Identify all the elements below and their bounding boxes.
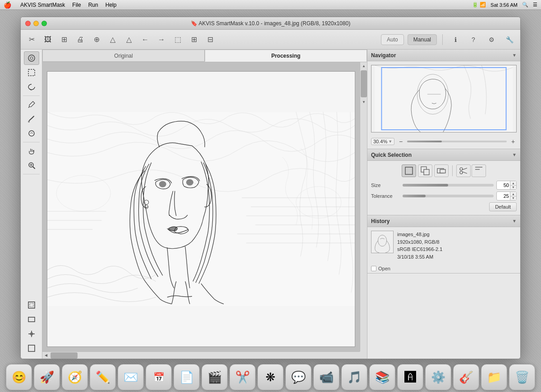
qs-scissors-btn[interactable] bbox=[456, 164, 471, 177]
rectangle-tool[interactable] bbox=[24, 313, 39, 326]
svg-rect-38 bbox=[405, 167, 413, 174]
dock-sysprefs[interactable]: ⚙️ bbox=[425, 364, 451, 390]
lasso-tool[interactable] bbox=[24, 80, 39, 94]
tab-processing[interactable]: Processing bbox=[205, 50, 367, 62]
select-btn[interactable]: △ bbox=[122, 32, 136, 47]
hand-tool[interactable] bbox=[24, 144, 39, 158]
dock-flowers[interactable]: ❋ bbox=[257, 364, 284, 390]
history-open-checkbox[interactable] bbox=[371, 266, 376, 271]
app-window: 🔖 AKVIS SmartMask v.10.0 - images_48.jpg… bbox=[20, 17, 521, 359]
dock-music[interactable]: 🎵 bbox=[341, 364, 367, 390]
dock-documents[interactable]: 📄 bbox=[174, 364, 200, 390]
size-down-btn[interactable]: ▼ bbox=[510, 186, 516, 190]
dock-finder[interactable]: 😊 bbox=[6, 364, 32, 390]
dock: 😊 🚀 🧭 ✏️ ✉️ 📅 📄 🎬 ✂️ ❋ 💬 📹 🎵 📚 🅰 ⚙️ 🎸 📁 … bbox=[0, 356, 541, 392]
dock-messages[interactable]: 💬 bbox=[285, 364, 312, 390]
tolerance-value-input[interactable]: 25 ▲ ▼ bbox=[496, 191, 517, 201]
share-btn[interactable]: ⊕ bbox=[89, 32, 104, 47]
center-align-tool[interactable] bbox=[24, 327, 39, 341]
quick-selection-collapse[interactable]: ▼ bbox=[512, 152, 517, 157]
app-menu-file[interactable]: File bbox=[72, 2, 81, 8]
app-menu-help[interactable]: Help bbox=[105, 2, 117, 8]
size-up-btn[interactable]: ▲ bbox=[510, 181, 516, 186]
maximize-button[interactable] bbox=[41, 21, 47, 26]
navigator-collapse[interactable]: ▼ bbox=[512, 53, 517, 58]
crop-frame-tool[interactable] bbox=[24, 298, 39, 312]
svg-rect-40 bbox=[424, 169, 429, 175]
tolerance-slider[interactable] bbox=[403, 195, 494, 197]
notification-icon[interactable]: ☰ bbox=[533, 2, 537, 8]
quick-selection-tool[interactable] bbox=[24, 51, 39, 65]
tab-original[interactable]: Original bbox=[42, 50, 205, 62]
open-btn[interactable]: 🖼 bbox=[41, 32, 55, 47]
undo-btn[interactable]: ← bbox=[138, 32, 152, 47]
dock-launchpad[interactable]: 🚀 bbox=[34, 364, 60, 390]
zoom-minus-btn[interactable]: − bbox=[397, 138, 404, 145]
dock-folder[interactable]: 📁 bbox=[481, 364, 507, 390]
preset-btn[interactable]: 🔧 bbox=[502, 32, 517, 47]
help-btn[interactable]: ? bbox=[466, 32, 481, 47]
sketch-svg bbox=[47, 72, 355, 346]
auto-mode-btn[interactable]: Auto bbox=[381, 34, 404, 45]
history-collapse[interactable]: ▼ bbox=[512, 219, 517, 223]
dock-trash[interactable]: 🗑️ bbox=[509, 364, 535, 390]
dock-instruments[interactable]: 🎸 bbox=[453, 364, 479, 390]
scroll-down-arrow[interactable]: ▼ bbox=[360, 98, 367, 105]
minimize-button[interactable] bbox=[33, 21, 39, 26]
tolerance-up-btn[interactable]: ▲ bbox=[510, 192, 516, 196]
spotlight-icon[interactable]: 🔍 bbox=[522, 2, 528, 8]
app-menu-run[interactable]: Run bbox=[88, 2, 98, 8]
selection-btn[interactable]: ⬚ bbox=[170, 32, 185, 47]
zoom-tool[interactable] bbox=[24, 159, 39, 172]
mask-btn[interactable]: △ bbox=[105, 32, 120, 47]
dock-film[interactable]: 🎬 bbox=[202, 364, 228, 390]
scissors-tool-btn[interactable]: ✂ bbox=[24, 32, 39, 47]
brush-tool[interactable] bbox=[24, 112, 39, 126]
qs-subtract-selection-btn[interactable] bbox=[434, 164, 449, 177]
qs-add-selection-btn[interactable] bbox=[418, 164, 432, 177]
size-value-input[interactable]: 50 ▲ ▼ bbox=[496, 181, 517, 190]
tolerance-down-btn[interactable]: ▼ bbox=[510, 196, 516, 201]
qs-apply-btn[interactable] bbox=[472, 164, 486, 177]
dock-mail[interactable]: ✉️ bbox=[118, 364, 144, 390]
print-btn[interactable]: 🖨 bbox=[73, 32, 87, 47]
dock-books[interactable]: 📚 bbox=[369, 364, 395, 390]
main-content: Original Processing bbox=[21, 50, 520, 359]
compare-btn[interactable]: ⊟ bbox=[203, 32, 217, 47]
box-tool[interactable] bbox=[24, 342, 39, 355]
svg-rect-42 bbox=[440, 169, 445, 173]
info-btn[interactable]: ℹ bbox=[448, 32, 463, 47]
dock-appstore[interactable]: 🅰 bbox=[397, 364, 423, 390]
show-btn[interactable]: ⊞ bbox=[187, 32, 201, 47]
vertical-scrollbar[interactable]: ▲ ▼ bbox=[360, 62, 367, 351]
tolerance-slider-area bbox=[403, 195, 494, 197]
scroll-up-arrow[interactable]: ▲ bbox=[360, 62, 367, 69]
scroll-thumb-v[interactable] bbox=[361, 70, 367, 97]
dock-facetime[interactable]: 📹 bbox=[313, 364, 339, 390]
history-item[interactable]: images_48.jpg 1920x1080, RGB/8 sRGB IEC6… bbox=[371, 231, 517, 260]
size-slider[interactable] bbox=[403, 184, 494, 187]
close-button[interactable] bbox=[25, 21, 31, 26]
dock-scissors[interactable]: ✂️ bbox=[229, 364, 256, 390]
app-menu-akvis[interactable]: AKVIS SmartMask bbox=[20, 2, 65, 8]
apple-menu[interactable]: 🍎 bbox=[4, 1, 11, 9]
batch-btn[interactable]: ⊞ bbox=[57, 32, 71, 47]
history-open-row: Open bbox=[367, 264, 520, 273]
zoom-slider[interactable] bbox=[407, 141, 507, 142]
navigator-title: Navigator bbox=[371, 52, 396, 59]
eraser-tool[interactable] bbox=[24, 127, 39, 140]
manual-mode-btn[interactable]: Manual bbox=[408, 34, 437, 45]
zoom-value-display[interactable]: 30.4% ▼ bbox=[371, 138, 394, 145]
default-button[interactable]: Default bbox=[489, 202, 517, 211]
settings-btn[interactable]: ⚙ bbox=[484, 32, 499, 47]
redo-btn[interactable]: → bbox=[154, 32, 169, 47]
marquee-tool[interactable] bbox=[24, 66, 39, 79]
dock-safari[interactable]: 🧭 bbox=[62, 364, 88, 390]
dock-calendar[interactable]: 📅 bbox=[146, 364, 172, 390]
zoom-plus-btn[interactable]: + bbox=[509, 138, 517, 145]
dropper-tool[interactable] bbox=[24, 98, 39, 111]
zoom-dropdown-arrow[interactable]: ▼ bbox=[388, 139, 392, 144]
canvas-viewport[interactable]: ▲ ▼ ◀ bbox=[42, 62, 367, 359]
qs-new-selection-btn[interactable] bbox=[402, 164, 416, 177]
dock-notes[interactable]: ✏️ bbox=[90, 364, 116, 390]
